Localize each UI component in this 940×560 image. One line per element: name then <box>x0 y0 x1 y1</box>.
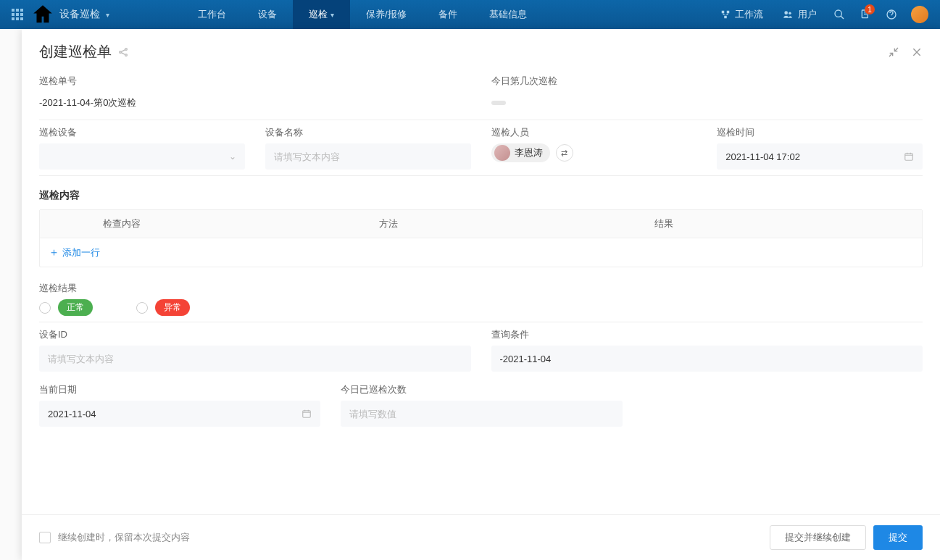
nav-users-label: 用户 <box>798 8 817 21</box>
nav-left: 设备巡检 ▾ <box>6 0 109 29</box>
nav-right: 工作流 用户 1 <box>712 0 934 29</box>
apps-grid-icon[interactable] <box>6 3 29 26</box>
nav-workflow-label: 工作流 <box>735 8 763 21</box>
svg-point-1 <box>789 12 791 15</box>
home-icon[interactable] <box>30 0 55 29</box>
nav-users-link[interactable]: 用户 <box>773 8 825 21</box>
notifications-icon[interactable]: 1 <box>853 0 878 29</box>
chevron-down-icon: ▾ <box>330 11 334 19</box>
chevron-down-icon: ▾ <box>106 11 109 19</box>
nav-tab-spare-parts[interactable]: 备件 <box>423 0 473 29</box>
nav-tab-inspection[interactable]: 巡检 ▾ <box>293 0 350 29</box>
help-icon[interactable] <box>879 0 904 29</box>
nav-tab-label: 巡检 <box>309 8 328 21</box>
search-icon[interactable] <box>827 0 852 29</box>
top-nav: 设备巡检 ▾ 工作台 设备 巡检 ▾ 保养/报修 备件 基础信息 工作流 用户 … <box>0 0 940 29</box>
nav-tab-maintenance[interactable]: 保养/报修 <box>350 0 423 29</box>
nav-tabs: 工作台 设备 巡检 ▾ 保养/报修 备件 基础信息 <box>182 0 543 29</box>
nav-workflow-link[interactable]: 工作流 <box>712 8 772 21</box>
nav-tab-base-info[interactable]: 基础信息 <box>473 0 543 29</box>
app-title[interactable]: 设备巡检 <box>59 8 100 21</box>
nav-tab-equipment[interactable]: 设备 <box>242 0 293 29</box>
nav-tab-workspace[interactable]: 工作台 <box>182 0 242 29</box>
svg-point-2 <box>835 10 841 17</box>
notif-badge: 1 <box>865 4 875 14</box>
user-avatar[interactable] <box>911 6 928 23</box>
svg-point-0 <box>784 11 788 14</box>
